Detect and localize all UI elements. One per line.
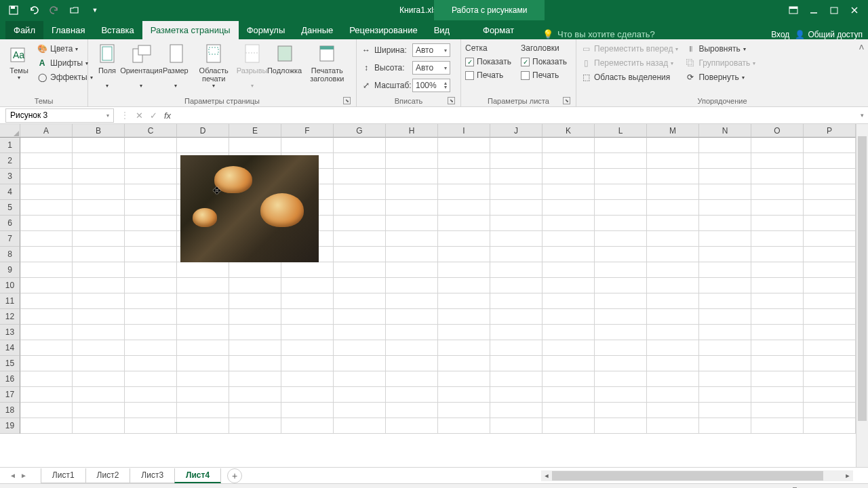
cell[interactable] [386,418,438,434]
cell[interactable] [542,403,595,418]
cell[interactable] [647,387,699,403]
cell[interactable] [20,200,73,216]
cell[interactable] [647,325,699,340]
cell[interactable] [595,371,647,387]
cell[interactable] [229,340,281,356]
cell[interactable] [647,247,699,262]
cell[interactable] [334,387,386,403]
row-header[interactable]: 11 [0,293,20,309]
cell[interactable] [177,418,229,434]
cell[interactable] [699,371,751,387]
cell[interactable] [334,325,386,340]
column-header[interactable]: A [20,124,73,138]
cell[interactable] [386,278,438,293]
cell[interactable] [751,387,804,403]
cell[interactable] [73,418,125,434]
cell[interactable] [804,309,856,325]
cell[interactable] [595,293,647,309]
cell[interactable] [751,418,804,434]
cell[interactable] [595,169,647,184]
scale-spinner[interactable]: 100%▴▾ [412,79,450,92]
cell[interactable] [490,387,542,403]
name-box[interactable]: Рисунок 3▾ [5,108,114,123]
cell[interactable] [438,138,490,153]
cell[interactable] [73,387,125,403]
cell[interactable] [438,169,490,184]
cell[interactable] [73,293,125,309]
row-header[interactable]: 19 [0,418,20,434]
row-header[interactable]: 17 [0,387,20,403]
cell[interactable] [804,247,856,262]
sheet-nav-next[interactable]: ► [20,472,27,479]
cancel-formula-button[interactable]: ✕ [136,110,143,121]
cell[interactable] [542,247,595,262]
tab-view[interactable]: Вид [426,21,458,39]
cell[interactable] [699,387,751,403]
cell[interactable] [751,293,804,309]
cell[interactable] [647,184,699,200]
print-area-button[interactable]: Область печати ▾ [193,42,235,90]
cell[interactable] [281,403,334,418]
cell[interactable] [751,153,804,169]
page-layout-view-button[interactable]: ▤ [710,485,725,489]
column-header[interactable]: K [542,124,595,138]
save-button[interactable] [5,3,22,18]
cell[interactable] [20,231,73,247]
cell[interactable] [20,169,73,184]
cell[interactable] [334,184,386,200]
page-break-view-button[interactable]: ▧ [730,485,745,489]
cell[interactable] [438,247,490,262]
orientation-button[interactable]: Ориентация▾ [125,42,158,90]
effects-button[interactable]: ◯Эффекты ▾ [37,70,93,84]
vertical-scrollbar[interactable] [856,124,868,467]
cell[interactable] [804,340,856,356]
cell[interactable] [334,293,386,309]
scroll-right-button[interactable]: ► [842,470,853,481]
cell[interactable] [804,153,856,169]
cell[interactable] [804,262,856,278]
cell[interactable] [438,418,490,434]
row-header[interactable]: 9 [0,262,20,278]
cell[interactable] [73,169,125,184]
cell[interactable] [595,231,647,247]
cell[interactable] [20,216,73,231]
fonts-button[interactable]: AШрифты ▾ [37,56,93,70]
column-header[interactable]: C [125,124,177,138]
tab-format[interactable]: Формат [475,21,522,39]
row-header[interactable]: 13 [0,325,20,340]
cell[interactable] [542,340,595,356]
column-header[interactable]: O [751,124,804,138]
cell[interactable] [73,262,125,278]
cell[interactable] [438,216,490,231]
cell[interactable] [699,325,751,340]
formula-input[interactable] [178,108,856,123]
cell[interactable] [386,387,438,403]
cell[interactable] [542,387,595,403]
cell[interactable] [804,200,856,216]
cell[interactable] [73,371,125,387]
cell[interactable] [334,340,386,356]
cell[interactable] [751,231,804,247]
cell[interactable] [20,247,73,262]
cell[interactable] [334,278,386,293]
cell[interactable] [751,309,804,325]
cell[interactable] [334,231,386,247]
cell[interactable] [438,340,490,356]
height-combo[interactable]: Авто▾ [412,61,450,75]
cell[interactable] [490,216,542,231]
cell[interactable] [177,356,229,371]
column-header[interactable]: G [334,124,386,138]
cell[interactable] [699,340,751,356]
column-header[interactable]: L [595,124,647,138]
insert-function-button[interactable]: fx [164,110,171,121]
cell[interactable] [542,418,595,434]
cell[interactable] [177,138,229,153]
cell[interactable] [177,325,229,340]
cell[interactable] [125,231,177,247]
cell[interactable] [386,138,438,153]
cell[interactable] [699,247,751,262]
cell[interactable] [334,403,386,418]
worksheet-grid[interactable]: ABCDEFGHIJKLMNOP 12345678910111213141516… [0,124,868,467]
cell[interactable] [386,247,438,262]
cell[interactable] [177,403,229,418]
